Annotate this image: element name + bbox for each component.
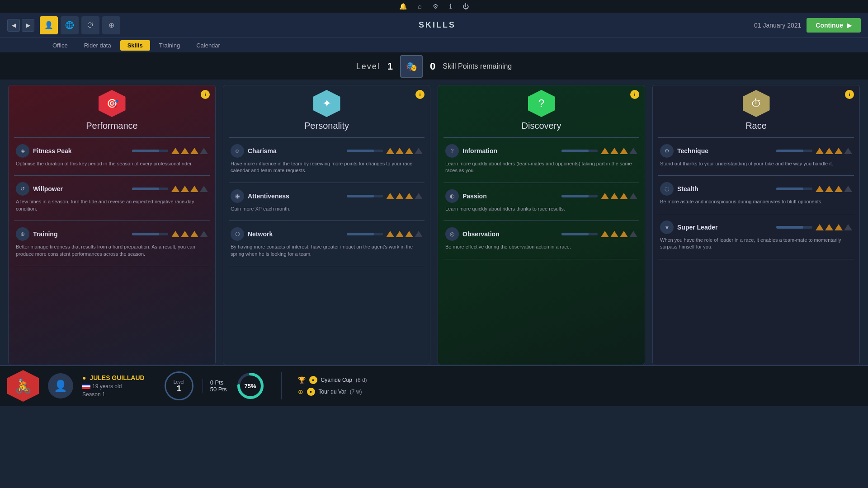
stealth-bars: [776, 186, 852, 192]
tab-training[interactable]: Training: [152, 40, 187, 51]
skill-points-count: 0: [430, 61, 435, 72]
performance-hex: 🎯: [99, 90, 126, 117]
card-discovery: ? Discovery i ? Information Learn more q…: [438, 85, 645, 365]
race-hex: ⏱: [743, 90, 770, 117]
skill-technique: ⚙ Technique Stand out thanks to your und…: [653, 141, 859, 172]
tab-office[interactable]: Office: [45, 40, 75, 51]
race-info: 🏆 ● Cyanide Cup (8 d) ⊕ ● Tour du Var (7…: [298, 376, 367, 396]
nav-stats-icon[interactable]: ⊕: [102, 16, 120, 34]
observation-desc: Be more effective during the observation…: [445, 244, 637, 250]
bottom-level-circle: Level 1: [165, 371, 193, 400]
skill-training: ⊕ Training Better manage tiredness that …: [9, 225, 215, 262]
discovery-info-btn[interactable]: i: [630, 90, 639, 99]
network-desc: By having more contacts of interest, hav…: [231, 244, 423, 258]
power-icon[interactable]: ⏻: [462, 3, 469, 10]
information-icon: ?: [445, 144, 459, 158]
personality-hex: ✦: [313, 90, 340, 117]
super-leader-icon: ★: [660, 221, 674, 234]
nav-title: SKILLS: [120, 20, 754, 30]
nav-globe-icon[interactable]: 🌐: [61, 16, 79, 34]
network-bars: [347, 231, 423, 237]
training-icon: ⊕: [16, 227, 29, 241]
network-icon: ⬡: [231, 227, 244, 241]
rider-name: ● JULES GUILLAUD: [82, 374, 146, 381]
race-info-btn[interactable]: i: [845, 90, 854, 99]
nav-arrows: ◀ ▶: [7, 19, 34, 32]
home-icon[interactable]: ⌂: [418, 3, 421, 10]
level-label: Level: [356, 62, 380, 71]
progress-ring: 75%: [236, 371, 265, 400]
attentiveness-icon: ◉: [231, 189, 244, 203]
bar2: [396, 231, 404, 237]
discovery-hex: ?: [528, 90, 555, 117]
tab-calendar[interactable]: Calendar: [189, 40, 227, 51]
race-name-1: Cyanide Cup: [321, 377, 352, 383]
bar2: [825, 224, 833, 230]
willpower-icon: ↺: [16, 182, 29, 196]
performance-info-btn[interactable]: i: [201, 90, 210, 99]
passion-icon: ◐: [445, 189, 459, 203]
super-leader-desc: When you have the role of leader in a ra…: [660, 237, 852, 251]
fitness-peak-desc: Optimise the duration of this key period…: [16, 160, 208, 167]
bar3: [405, 148, 413, 154]
nav-clock-icon[interactable]: ⏱: [81, 16, 99, 34]
gear-icon[interactable]: ⚙: [433, 3, 439, 10]
skill-observation: ◎ Observation Be more effective during t…: [438, 225, 645, 255]
bar2: [181, 186, 189, 192]
bar3: [620, 148, 628, 154]
bell-icon[interactable]: 🔔: [399, 3, 407, 10]
training-bars: [132, 231, 208, 237]
card-personality-header: ✦ Personality i: [223, 85, 430, 134]
discovery-title: Discovery: [522, 121, 561, 131]
bar1: [386, 231, 394, 237]
trophy-icon: 🏆: [298, 376, 306, 384]
card-personality: ✦ Personality i ☺ Charisma Have more inf…: [223, 85, 430, 365]
bar1: [816, 186, 824, 192]
forward-arrow[interactable]: ▶: [22, 19, 34, 32]
back-arrow[interactable]: ◀: [7, 19, 20, 32]
race-title: Race: [745, 121, 767, 131]
passion-bars: [561, 193, 637, 199]
attentiveness-bars: [347, 193, 423, 199]
cards-container: 🎯 Performance i ◈ Fitness Peak Optimise …: [0, 85, 868, 365]
pts-current: 0 Pts: [210, 379, 227, 386]
card-discovery-header: ? Discovery i: [438, 85, 645, 134]
rider-season: Season 1: [82, 391, 146, 398]
card-performance-header: 🎯 Performance i: [9, 85, 215, 134]
pts-box: 0 Pts 50 Pts: [203, 379, 227, 393]
tab-skills[interactable]: Skills: [120, 40, 150, 51]
attentiveness-desc: Gain more XP each month.: [231, 206, 423, 212]
bar1: [171, 186, 179, 192]
super-leader-name: Super Leader: [677, 224, 773, 231]
race-dot-1: ●: [309, 376, 317, 384]
card-race-header: ⏱ Race i: [653, 85, 859, 134]
personality-title: Personality: [304, 121, 349, 131]
pts-total: 50 Pts: [210, 386, 227, 393]
nav-rider-icon[interactable]: 👤: [40, 16, 58, 34]
willpower-bars: [132, 186, 208, 192]
skill-charisma: ☺ Charisma Have more influence in the te…: [223, 141, 430, 179]
info-icon[interactable]: ℹ: [449, 3, 452, 10]
tab-rider-data[interactable]: Rider data: [77, 40, 118, 51]
personality-info-btn[interactable]: i: [415, 90, 425, 99]
bar1: [171, 231, 179, 237]
performance-title: Performance: [86, 121, 138, 131]
observation-name: Observation: [462, 230, 558, 238]
bar4: [629, 231, 637, 237]
rider-age: 19 years old: [82, 383, 146, 389]
stealth-desc: Be more astute and inconspicuous during …: [660, 198, 852, 205]
technique-icon: ⚙: [660, 144, 674, 158]
attentiveness-name: Attentiveness: [248, 192, 343, 200]
race-name-2: Tour du Var: [319, 389, 346, 395]
flag-france: [82, 384, 90, 389]
bar2: [610, 231, 618, 237]
bar2: [610, 148, 618, 154]
race-row-2: ⊕ ● Tour du Var (7 w): [298, 388, 367, 396]
stealth-name: Stealth: [677, 185, 773, 192]
sub-nav: Office Rider data Skills Training Calend…: [0, 38, 868, 53]
bar3: [835, 148, 843, 154]
level-avatar: 🎭: [400, 55, 423, 78]
bar2: [825, 186, 833, 192]
continue-button[interactable]: Continue ▶: [807, 18, 861, 33]
bar3: [620, 193, 628, 199]
